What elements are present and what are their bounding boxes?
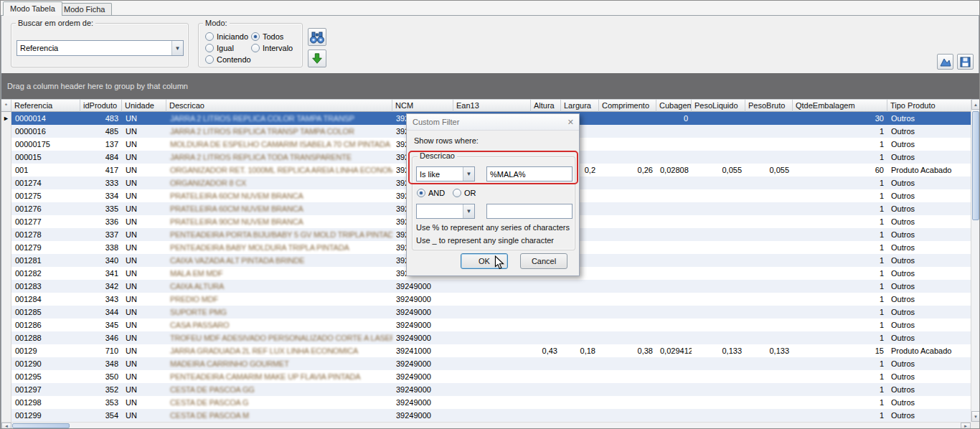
- grid-cell[interactable]: 001295: [11, 370, 80, 383]
- grid-cell[interactable]: [599, 409, 656, 422]
- table-row[interactable]: 001288346UNTROFEU MDF ADESIVADO PERSONAL…: [1, 331, 971, 344]
- grid-cell[interactable]: [453, 344, 531, 357]
- grid-cell[interactable]: Outros: [887, 306, 971, 319]
- grid-cell[interactable]: 0: [656, 112, 692, 125]
- grid-cell[interactable]: [453, 331, 531, 344]
- grid-cell[interactable]: [692, 306, 745, 319]
- grid-cell[interactable]: UN: [122, 138, 166, 151]
- grid-cell[interactable]: [561, 306, 599, 319]
- grid-cell[interactable]: [531, 280, 561, 293]
- radio-and[interactable]: AND: [417, 188, 445, 197]
- grid-cell[interactable]: [692, 319, 745, 331]
- grid-cell[interactable]: 1: [793, 151, 887, 164]
- grid-cell[interactable]: 0,133: [692, 344, 745, 357]
- grid-cell[interactable]: 001288: [11, 331, 80, 344]
- grid-cell[interactable]: [692, 241, 745, 254]
- operator-combo-1[interactable]: Is like ▼: [416, 166, 475, 182]
- grid-cell[interactable]: Outros: [887, 409, 971, 422]
- grid-cell[interactable]: [561, 280, 599, 293]
- grid-cell[interactable]: UN: [122, 280, 166, 293]
- grid-cell[interactable]: PENTEADEIRA PORTA BIJU/BABY 5 GV MOLD TR…: [166, 228, 392, 241]
- grid-cell[interactable]: [692, 396, 745, 409]
- grid-cell[interactable]: [692, 293, 745, 306]
- grid-cell[interactable]: [531, 331, 561, 344]
- close-icon[interactable]: ✕: [567, 114, 574, 130]
- grid-cell[interactable]: 1: [793, 280, 887, 293]
- grid-cell[interactable]: 39249000: [392, 357, 453, 370]
- grid-cell[interactable]: [599, 189, 656, 202]
- column-header-cubagem[interactable]: Cubagem: [656, 99, 692, 112]
- grid-cell[interactable]: [692, 280, 745, 293]
- horizontal-scroll-thumb[interactable]: [12, 423, 70, 428]
- grid-cell[interactable]: 1: [793, 241, 887, 254]
- grid-cell[interactable]: [692, 151, 745, 164]
- grid-cell[interactable]: 1: [793, 357, 887, 370]
- grid-cell[interactable]: 0,43: [531, 344, 561, 357]
- column-header-ncm[interactable]: NCM: [392, 99, 453, 112]
- grid-cell[interactable]: [745, 319, 793, 331]
- grid-cell[interactable]: Outros: [887, 319, 971, 331]
- grid-cell[interactable]: 001274: [11, 176, 80, 189]
- vertical-scroll-thumb[interactable]: [972, 111, 979, 220]
- grid-cell[interactable]: Outros: [887, 383, 971, 396]
- grid-cell[interactable]: TROFEU MDF ADESIVADO PERSONALIZADO CORTE…: [166, 331, 392, 344]
- grid-cell[interactable]: [745, 215, 793, 228]
- grid-cell[interactable]: UN: [122, 151, 166, 164]
- grid-cell[interactable]: [656, 409, 692, 422]
- grid-cell[interactable]: [692, 176, 745, 189]
- table-row[interactable]: 001284343UNPREDIO MDF392490001Outros: [1, 293, 971, 306]
- grid-cell[interactable]: 001276: [11, 202, 80, 215]
- grid-cell[interactable]: Produto Acabado: [887, 344, 971, 357]
- grid-cell[interactable]: [745, 357, 793, 370]
- grid-cell[interactable]: 1: [793, 138, 887, 151]
- grid-cell[interactable]: [656, 319, 692, 331]
- grid-cell[interactable]: 334: [80, 189, 122, 202]
- grid-cell[interactable]: [531, 293, 561, 306]
- column-header-qtdeembalagem[interactable]: QtdeEmbalagem: [793, 99, 887, 112]
- filter-value-1-input[interactable]: [486, 166, 573, 182]
- grid-cell[interactable]: [692, 357, 745, 370]
- grid-cell[interactable]: 0,26: [599, 164, 656, 176]
- grid-cell[interactable]: PREDIO MDF: [166, 293, 392, 306]
- grid-cell[interactable]: [656, 370, 692, 383]
- grid-cell[interactable]: [692, 112, 745, 125]
- grid-cell[interactable]: 39249000: [392, 319, 453, 331]
- scroll-up-icon[interactable]: ▲: [971, 99, 980, 110]
- filter-value-2-input[interactable]: [486, 204, 573, 219]
- grid-cell[interactable]: [599, 383, 656, 396]
- radio-todos[interactable]: Todos: [251, 32, 283, 41]
- grid-cell[interactable]: 39249000: [392, 280, 453, 293]
- grid-cell[interactable]: UN: [122, 409, 166, 422]
- grid-cell[interactable]: 1: [793, 215, 887, 228]
- grid-cell[interactable]: [656, 383, 692, 396]
- table-row[interactable]: 001283342UNCAIXA ALTURA392490001Outros: [1, 280, 971, 293]
- grid-cell[interactable]: [453, 383, 531, 396]
- grid-cell[interactable]: Outros: [887, 202, 971, 215]
- scroll-down-icon[interactable]: ▼: [971, 411, 980, 422]
- grid-cell[interactable]: [599, 202, 656, 215]
- grid-cell[interactable]: [599, 357, 656, 370]
- grid-cell[interactable]: [745, 409, 793, 422]
- radio-or[interactable]: OR: [453, 188, 476, 197]
- grid-cell[interactable]: Outros: [887, 267, 971, 280]
- grid-cell[interactable]: 336: [80, 215, 122, 228]
- grid-cell[interactable]: [692, 215, 745, 228]
- grid-cell[interactable]: 39249000: [392, 293, 453, 306]
- grid-cell[interactable]: [656, 306, 692, 319]
- grid-cell[interactable]: [745, 151, 793, 164]
- grid-cell[interactable]: [531, 409, 561, 422]
- grid-cell[interactable]: 39249000: [392, 383, 453, 396]
- grid-cell[interactable]: 344: [80, 306, 122, 319]
- grid-cell[interactable]: UN: [122, 176, 166, 189]
- grid-cell[interactable]: [692, 331, 745, 344]
- grid-cell[interactable]: [561, 383, 599, 396]
- grid-cell[interactable]: [656, 176, 692, 189]
- grid-cell[interactable]: [599, 228, 656, 241]
- grid-cell[interactable]: [692, 138, 745, 151]
- grid-cell[interactable]: [692, 267, 745, 280]
- grid-cell[interactable]: UN: [122, 396, 166, 409]
- grid-cell[interactable]: UN: [122, 293, 166, 306]
- grid-cell[interactable]: 1: [793, 189, 887, 202]
- scroll-right-icon[interactable]: ►: [961, 423, 971, 429]
- grid-cell[interactable]: 00129: [11, 344, 80, 357]
